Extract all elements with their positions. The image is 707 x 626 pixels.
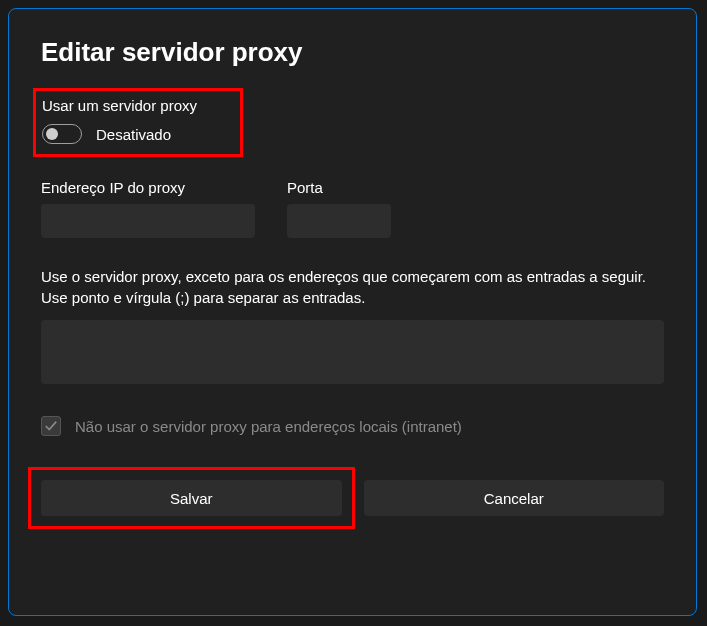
local-bypass-checkbox[interactable] xyxy=(41,416,61,436)
ip-input[interactable] xyxy=(41,204,255,238)
port-label: Porta xyxy=(287,179,391,196)
button-row: Salvar Cancelar xyxy=(41,480,664,516)
dialog-title: Editar servidor proxy xyxy=(41,37,664,68)
toggle-label: Usar um servidor proxy xyxy=(42,97,230,114)
checkmark-icon xyxy=(44,419,58,433)
save-highlight-annotation: Salvar xyxy=(28,467,355,529)
port-field: Porta xyxy=(287,179,391,238)
cancel-wrap: Cancelar xyxy=(364,480,665,516)
proxy-toggle[interactable] xyxy=(42,124,82,144)
exceptions-textarea[interactable] xyxy=(41,320,664,384)
toggle-highlight-annotation: Usar um servidor proxy Desativado xyxy=(33,88,243,157)
address-port-row: Endereço IP do proxy Porta xyxy=(41,179,664,238)
save-button[interactable]: Salvar xyxy=(41,480,342,516)
port-input[interactable] xyxy=(287,204,391,238)
local-bypass-row: Não usar o servidor proxy para endereços… xyxy=(41,416,664,436)
ip-field: Endereço IP do proxy xyxy=(41,179,255,238)
toggle-knob xyxy=(46,128,58,140)
cancel-button[interactable]: Cancelar xyxy=(364,480,665,516)
proxy-settings-dialog: Editar servidor proxy Usar um servidor p… xyxy=(8,8,697,616)
toggle-state-text: Desativado xyxy=(96,126,171,143)
local-bypass-label: Não usar o servidor proxy para endereços… xyxy=(75,418,462,435)
exceptions-description: Use o servidor proxy, exceto para os end… xyxy=(41,266,664,308)
ip-label: Endereço IP do proxy xyxy=(41,179,255,196)
toggle-row: Desativado xyxy=(42,124,230,144)
